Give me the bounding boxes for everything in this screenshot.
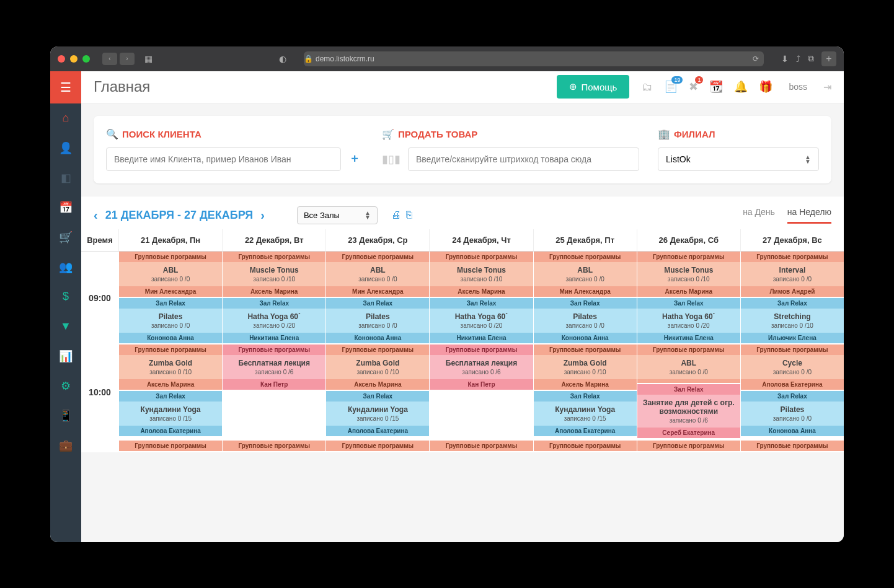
slot-trainer: Кан Петр bbox=[430, 379, 533, 390]
slot-room-label: Зал Relax bbox=[637, 298, 740, 309]
slot-trainer: Ильючик Елена bbox=[741, 333, 844, 343]
sidebar-cube-icon[interactable]: ◧ bbox=[50, 163, 81, 193]
cancel-doc-icon[interactable]: ✖1 bbox=[689, 80, 698, 94]
class-slot[interactable]: Групповые программыMuscle Tonusзаписано … bbox=[430, 252, 533, 298]
class-slot[interactable]: Групповые программыABLзаписано 0 /0Мин А… bbox=[326, 252, 429, 298]
sidebar-briefcase-icon[interactable]: 💼 bbox=[50, 431, 81, 460]
empty-slot bbox=[223, 391, 325, 441]
sidebar-phone-icon[interactable]: 📱 bbox=[50, 401, 81, 431]
day-header: 22 Декабря, Вт bbox=[222, 229, 325, 251]
class-slot[interactable]: Групповые программыZumba Goldзаписано 0 … bbox=[119, 344, 222, 391]
class-slot[interactable]: Групповые программыMuscle Tonusзаписано … bbox=[223, 252, 325, 298]
class-slot[interactable]: Групповые программыБесплатная лекциязапи… bbox=[430, 344, 533, 391]
sidebar-person-icon[interactable]: 👤 bbox=[50, 133, 81, 163]
class-slot[interactable]: Групповые программыZumba Goldзаписано 0 … bbox=[326, 344, 429, 391]
slot-capacity: записано 0 /6 bbox=[225, 369, 323, 375]
slot-capacity: записано 0 /10 bbox=[743, 322, 841, 329]
class-slot[interactable]: Зал RelaxКундалини Yogaзаписано 0 /15Апо… bbox=[534, 391, 637, 437]
barcode-input[interactable] bbox=[408, 147, 639, 171]
slot-room-label: Групповые программы bbox=[430, 252, 533, 262]
branch-select[interactable]: ListOk ▲▼ bbox=[658, 147, 819, 171]
sidebar-cart-icon[interactable]: 🛒 bbox=[50, 222, 81, 252]
class-slot[interactable]: Групповые программыCycleзаписано 0 /0Апо… bbox=[741, 344, 844, 391]
forward-button[interactable]: › bbox=[120, 53, 135, 65]
slot-capacity: записано 0 /10 bbox=[432, 276, 530, 283]
close-window-button[interactable] bbox=[58, 55, 65, 63]
class-slot[interactable]: Зал RelaxКундалини Yogaзаписано 0 /15Апо… bbox=[326, 391, 429, 437]
print-icon[interactable]: 🖨 bbox=[391, 209, 401, 221]
sidebar-home-icon[interactable]: ⌂ bbox=[50, 103, 81, 133]
class-slot[interactable]: Групповые программыABLзаписано 0 /0 bbox=[637, 344, 740, 384]
class-slot[interactable]: Зал RelaxКундалини Yogaзаписано 0 /15Апо… bbox=[119, 391, 222, 437]
slot-capacity: записано 0 /0 bbox=[743, 369, 841, 375]
help-button[interactable]: ⊕ Помощь bbox=[557, 75, 629, 99]
sidebar-toggle-icon[interactable]: ▦ bbox=[144, 54, 153, 64]
new-tab-button[interactable]: + bbox=[821, 51, 836, 66]
chevron-updown-icon: ▲▼ bbox=[805, 155, 811, 164]
tabs-icon[interactable]: ⧉ bbox=[808, 53, 814, 64]
class-slot[interactable]: Зал RelaxHatha Yoga 60`записано 0 /20Ник… bbox=[637, 298, 740, 344]
share-icon[interactable]: ⤴ bbox=[796, 54, 800, 64]
view-week-tab[interactable]: на Неделю bbox=[787, 207, 831, 224]
gift-icon[interactable]: 🎁 bbox=[759, 80, 772, 94]
class-slot[interactable]: Групповые программыБесплатная лекциязапи… bbox=[223, 344, 325, 391]
class-slot[interactable]: Зал RelaxHatha Yoga 60`записано 0 /20Ник… bbox=[430, 298, 533, 344]
logout-icon[interactable]: ⇥ bbox=[823, 81, 831, 93]
search-panel-title: ПОИСК КЛИЕНТА bbox=[122, 129, 201, 139]
class-slot[interactable]: Зал RelaxStretchingзаписано 0 /10Ильючик… bbox=[741, 298, 844, 344]
download-icon[interactable]: ⬇ bbox=[781, 54, 789, 64]
user-name[interactable]: boss bbox=[789, 82, 807, 92]
shield-icon[interactable]: ◐ bbox=[279, 54, 286, 64]
calendar-top-icon[interactable]: 📆 bbox=[709, 80, 723, 94]
class-slot[interactable]: Групповые программыABLзаписано 0 /0Мин А… bbox=[534, 252, 637, 298]
class-slot[interactable]: Групповые программыZumba Goldзаписано 0 … bbox=[534, 344, 637, 391]
minimize-window-button[interactable] bbox=[70, 55, 77, 63]
page-title: Главная bbox=[94, 78, 150, 95]
client-search-input[interactable] bbox=[106, 147, 341, 171]
slot-class-name: Hatha Yoga 60` bbox=[432, 312, 530, 321]
hall-select[interactable]: Все Залы ▲▼ bbox=[297, 206, 378, 224]
sidebar-users-icon[interactable]: 👥 bbox=[50, 252, 81, 282]
refresh-icon[interactable]: ⟳ bbox=[753, 55, 759, 63]
sidebar-gear-icon[interactable]: ⚙ bbox=[50, 371, 81, 401]
sidebar-chart-icon[interactable]: 📊 bbox=[50, 341, 81, 371]
add-client-button[interactable]: + bbox=[346, 152, 363, 166]
class-slot[interactable]: Групповые программыIntervalзаписано 0 /0… bbox=[741, 252, 844, 298]
prev-week-button[interactable]: ‹ bbox=[94, 208, 98, 222]
class-slot[interactable]: Зал RelaxЗанятие для детей с огр. возмож… bbox=[637, 384, 740, 439]
card-icon[interactable]: 🗂 bbox=[642, 81, 653, 94]
back-button[interactable]: ‹ bbox=[102, 53, 117, 65]
class-slot[interactable]: Зал RelaxPilatesзаписано 0 /0Кононова Ан… bbox=[534, 298, 637, 344]
view-day-tab[interactable]: на День bbox=[743, 207, 775, 224]
slot-room-label: Групповые программы bbox=[430, 441, 533, 451]
search-icon: 🔍 bbox=[106, 128, 118, 140]
sidebar-dollar-icon[interactable]: $ bbox=[50, 282, 81, 312]
slot-capacity: записано 0 /10 bbox=[640, 276, 738, 283]
bell-icon[interactable]: 🔔 bbox=[734, 80, 748, 94]
slot-trainer: Аксель Марина bbox=[326, 379, 429, 390]
slot-room-label: Зал Relax bbox=[223, 298, 325, 309]
class-slot[interactable]: Групповые программыABLзаписано 0 /0Мин А… bbox=[119, 252, 222, 298]
class-slot[interactable]: Групповые программыMuscle Tonusзаписано … bbox=[637, 252, 740, 298]
maximize-window-button[interactable] bbox=[82, 55, 90, 63]
next-week-button[interactable]: › bbox=[260, 208, 265, 222]
slot-capacity: записано 0 /0 bbox=[743, 415, 841, 422]
slot-trainer: Аполова Екатерина bbox=[119, 426, 222, 436]
export-icon[interactable]: ⎘ bbox=[406, 209, 412, 221]
slot-capacity: записано 0 /10 bbox=[122, 369, 219, 375]
slot-class-name: ABL bbox=[122, 266, 219, 274]
badge-count: 19 bbox=[671, 76, 683, 84]
sidebar-calendar-icon[interactable]: 📅 bbox=[50, 193, 81, 222]
class-slot[interactable]: Зал RelaxPilatesзаписано 0 /0Кононова Ан… bbox=[326, 298, 429, 344]
slot-room-label: Групповые программы bbox=[223, 441, 325, 451]
url-text: demo.listokcrm.ru bbox=[316, 55, 374, 63]
class-slot[interactable]: Зал RelaxHatha Yoga 60`записано 0 /20Ник… bbox=[223, 298, 325, 344]
sidebar-filter-icon[interactable]: ▼ bbox=[50, 312, 81, 341]
class-slot[interactable]: Зал RelaxPilatesзаписано 0 /0Кононова Ан… bbox=[119, 298, 222, 344]
slot-class-name: Занятие для детей с огр. возможностями bbox=[640, 398, 738, 416]
url-bar[interactable]: 🔒 demo.listokcrm.ru ⟳ bbox=[304, 51, 764, 66]
document-icon[interactable]: 📄19 bbox=[664, 80, 678, 94]
slot-room-label: Групповые программы bbox=[534, 252, 637, 262]
class-slot[interactable]: Зал RelaxPilatesзаписано 0 /0Кононова Ан… bbox=[741, 391, 844, 437]
hamburger-menu-button[interactable]: ☰ bbox=[50, 71, 81, 103]
